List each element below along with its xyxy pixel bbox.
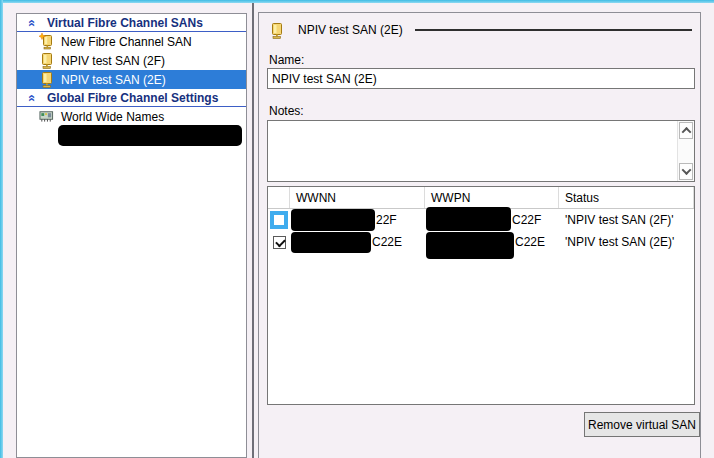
- status-cell: 'NPIV test SAN (2E)': [559, 235, 694, 249]
- san-icon: [39, 52, 54, 69]
- wwn-table: WWNN WWPN Status 22F C22F 'NPIV test SAN…: [267, 186, 695, 405]
- notes-label: Notes:: [269, 104, 304, 118]
- redaction-box: [426, 232, 514, 259]
- wwpn-visible-text: C22F: [512, 213, 541, 227]
- tree-item-label: NPIV test SAN (2E): [61, 73, 166, 87]
- redaction-box: [291, 232, 371, 253]
- san-new-icon: [39, 33, 54, 50]
- header-rule: [415, 29, 692, 31]
- tree-section-title: Virtual Fibre Channel SANs: [47, 16, 203, 30]
- tree-item-label: NPIV test SAN (2F): [61, 54, 165, 68]
- notes-field: [267, 120, 695, 182]
- tree-item-npiv-test-san-2e[interactable]: NPIV test SAN (2E): [17, 70, 246, 89]
- network-adapter-icon: [39, 108, 54, 125]
- tree-item-npiv-test-san-2f[interactable]: NPIV test SAN (2F): [17, 51, 246, 70]
- column-header-checkbox[interactable]: [268, 187, 290, 208]
- san-icon: [269, 22, 284, 39]
- tree-section-virtual-fc-sans[interactable]: « Virtual Fibre Channel SANs: [17, 14, 246, 32]
- table-header-row: WWNN WWPN Status: [268, 187, 694, 209]
- remove-virtual-san-button[interactable]: Remove virtual SAN: [584, 412, 700, 437]
- column-header-wwnn[interactable]: WWNN: [290, 187, 425, 208]
- name-input[interactable]: [267, 68, 695, 89]
- row-checkbox-unchecked[interactable]: [270, 211, 288, 229]
- column-header-status[interactable]: Status: [559, 187, 694, 208]
- chevron-double-up-icon: «: [27, 16, 37, 30]
- wwnn-visible-text: 22F: [376, 213, 397, 227]
- wwnn-cell: 22F: [290, 209, 425, 231]
- chevron-down-icon: [681, 165, 691, 175]
- column-header-wwpn[interactable]: WWPN: [425, 187, 559, 208]
- notes-textarea[interactable]: [268, 121, 677, 181]
- tree-item-new-fibre-channel-san[interactable]: New Fibre Channel SAN: [17, 32, 246, 51]
- detail-title: NPIV test SAN (2E): [298, 23, 403, 37]
- tree-item-label: World Wide Names: [61, 110, 164, 124]
- wwpn-cell: C22F: [425, 209, 559, 231]
- tree-section-title: Global Fibre Channel Settings: [47, 91, 218, 105]
- tree-item-world-wide-names[interactable]: World Wide Names: [17, 107, 246, 126]
- name-label: Name:: [269, 53, 304, 67]
- window-border-top: [0, 0, 714, 3]
- tree-item-label: New Fibre Channel SAN: [61, 35, 192, 49]
- status-cell: 'NPIV test SAN (2F)': [559, 213, 694, 227]
- san-icon: [39, 71, 54, 88]
- tree-section-global-fc-settings[interactable]: « Global Fibre Channel Settings: [17, 89, 246, 107]
- wwpn-cell: C22E: [425, 232, 559, 253]
- panel-divider: [252, 3, 254, 458]
- scroll-up-button[interactable]: [679, 122, 693, 139]
- chevron-double-up-icon: «: [27, 91, 37, 105]
- wwpn-visible-text: C22E: [515, 235, 545, 249]
- table-row[interactable]: C22E C22E 'NPIV test SAN (2E)': [268, 231, 694, 253]
- row-checkbox-checked[interactable]: [273, 236, 286, 249]
- table-row[interactable]: 22F C22F 'NPIV test SAN (2F)': [268, 209, 694, 231]
- chevron-up-icon: [681, 127, 691, 137]
- redaction-box: [291, 209, 375, 231]
- window-border-left: [0, 0, 3, 458]
- wwnn-cell: C22E: [290, 232, 425, 253]
- scroll-down-button[interactable]: [679, 163, 693, 180]
- detail-header: NPIV test SAN (2E): [269, 20, 694, 40]
- wwnn-visible-text: C22E: [372, 235, 402, 249]
- notes-scrollbar[interactable]: [677, 121, 694, 181]
- navigation-tree: « Virtual Fibre Channel SANs New Fibre C…: [16, 13, 247, 458]
- detail-pane: NPIV test SAN (2E) Name: Notes: WWNN WWP…: [258, 12, 701, 458]
- redaction-box: [426, 207, 511, 231]
- redaction-box: [58, 125, 242, 146]
